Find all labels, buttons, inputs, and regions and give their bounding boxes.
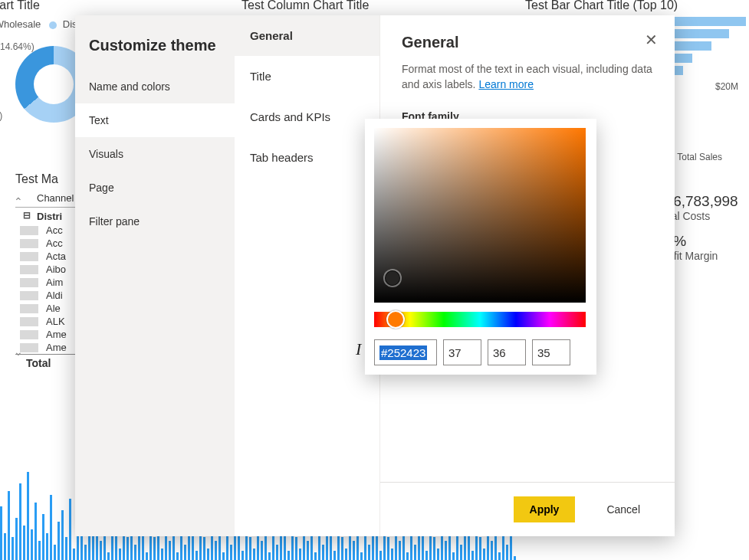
svg-rect-73 — [280, 533, 282, 560]
svg-rect-24 — [92, 533, 94, 560]
svg-rect-6 — [23, 526, 25, 560]
svg-rect-113 — [433, 537, 435, 560]
nav-item-filter-pane[interactable]: Filter pane — [75, 205, 235, 238]
svg-rect-7 — [27, 472, 29, 560]
color-hue-cursor[interactable] — [386, 310, 405, 329]
svg-rect-15 — [57, 522, 60, 560]
nav-item-page[interactable]: Page — [75, 171, 235, 205]
svg-rect-13 — [50, 495, 52, 560]
column-chart-title: Test Column Chart Title — [241, 0, 369, 12]
svg-rect-16 — [61, 510, 64, 560]
svg-rect-97 — [372, 533, 374, 560]
nav-item-text[interactable]: Text — [75, 103, 235, 137]
svg-rect-10 — [38, 541, 41, 560]
svg-rect-31 — [119, 549, 121, 560]
bar-chart: $20M — [669, 17, 746, 92]
svg-rect-18 — [69, 499, 71, 560]
color-saturation-value-area[interactable] — [374, 128, 586, 303]
svg-rect-101 — [387, 537, 389, 560]
color-hue-slider[interactable] — [374, 312, 586, 327]
panel-description: Format most of the text in each visual, … — [402, 62, 653, 92]
nav-item-visuals[interactable]: Visuals — [75, 137, 235, 171]
svg-rect-44 — [169, 541, 171, 560]
dialog-footer: Apply Cancel — [514, 496, 656, 522]
svg-rect-63 — [241, 551, 244, 560]
svg-rect-133 — [510, 533, 512, 560]
svg-rect-80 — [307, 541, 309, 560]
svg-rect-17 — [65, 537, 67, 560]
svg-rect-48 — [184, 545, 186, 560]
svg-rect-75 — [287, 551, 290, 560]
svg-rect-92 — [353, 541, 355, 560]
svg-rect-125 — [479, 537, 481, 560]
svg-rect-4 — [15, 518, 18, 560]
svg-rect-116 — [445, 541, 447, 560]
svg-rect-42 — [161, 549, 163, 560]
svg-rect-90 — [345, 549, 347, 560]
close-icon[interactable]: ✕ — [645, 32, 658, 47]
color-g-input[interactable]: 36 — [488, 339, 526, 365]
panel-title: General — [402, 34, 653, 51]
donut-datalabel-2: .68%) — [0, 110, 2, 121]
svg-rect-126 — [483, 549, 485, 560]
svg-rect-65 — [249, 537, 251, 560]
svg-rect-38 — [146, 552, 148, 560]
svg-rect-94 — [360, 552, 363, 560]
svg-rect-28 — [107, 552, 110, 560]
svg-rect-118 — [452, 552, 455, 560]
svg-rect-60 — [230, 545, 232, 560]
svg-rect-19 — [73, 549, 75, 560]
subnav-item-tab-headers[interactable]: Tab headers — [235, 137, 379, 178]
donut-chart-title: t Chart Title — [0, 0, 40, 12]
donut-legend: Wholesale Distr — [0, 18, 84, 30]
svg-rect-89 — [341, 537, 343, 560]
svg-rect-1 — [4, 533, 6, 560]
svg-rect-40 — [153, 537, 156, 560]
apply-button[interactable]: Apply — [514, 496, 576, 522]
svg-rect-72 — [276, 545, 278, 560]
color-sv-cursor[interactable] — [385, 270, 400, 286]
svg-rect-12 — [46, 533, 48, 560]
svg-rect-123 — [471, 551, 474, 560]
svg-rect-46 — [176, 552, 179, 560]
bar-chart-title: Test Bar Chart Title (Top 10) — [525, 0, 678, 12]
legend-label-wholesale: Wholesale — [0, 18, 41, 30]
subnav-item-title[interactable]: Title — [235, 56, 379, 97]
learn-more-link[interactable]: Learn more — [478, 78, 534, 90]
donut-datalabel-1: 3M (14.64%) — [0, 41, 34, 52]
svg-rect-2 — [8, 491, 10, 560]
nav-item-name-and-colors[interactable]: Name and colors — [75, 70, 235, 103]
color-r-input[interactable]: 37 — [443, 339, 481, 365]
svg-rect-8 — [31, 529, 33, 560]
color-b-input[interactable]: 35 — [532, 339, 570, 365]
dialog-title: Customize theme — [75, 15, 235, 70]
svg-rect-49 — [188, 533, 190, 560]
cancel-button[interactable]: Cancel — [590, 496, 656, 522]
svg-rect-87 — [333, 551, 336, 560]
svg-rect-121 — [464, 533, 466, 560]
svg-rect-120 — [460, 545, 462, 560]
svg-rect-114 — [437, 549, 439, 560]
svg-rect-111 — [425, 551, 428, 560]
svg-rect-70 — [268, 552, 271, 560]
svg-rect-102 — [391, 549, 393, 560]
svg-rect-134 — [514, 556, 516, 560]
svg-rect-26 — [100, 541, 102, 560]
svg-rect-106 — [406, 552, 409, 560]
svg-rect-99 — [379, 551, 382, 560]
svg-rect-51 — [195, 551, 198, 560]
svg-rect-22 — [84, 545, 87, 560]
svg-rect-85 — [326, 533, 328, 560]
subnav-item-cards-and-kpis[interactable]: Cards and KPIs — [235, 97, 379, 137]
svg-rect-58 — [222, 552, 225, 560]
color-hex-input[interactable]: #252423 — [374, 339, 437, 365]
subnav-item-general[interactable]: General — [235, 15, 379, 56]
svg-rect-77 — [295, 537, 297, 560]
svg-rect-53 — [203, 537, 205, 560]
svg-rect-0 — [0, 506, 2, 560]
svg-rect-82 — [314, 552, 317, 560]
dialog-footer-divider — [380, 482, 675, 483]
svg-rect-33 — [126, 537, 129, 560]
svg-rect-5 — [19, 483, 21, 560]
svg-rect-3 — [11, 537, 14, 560]
